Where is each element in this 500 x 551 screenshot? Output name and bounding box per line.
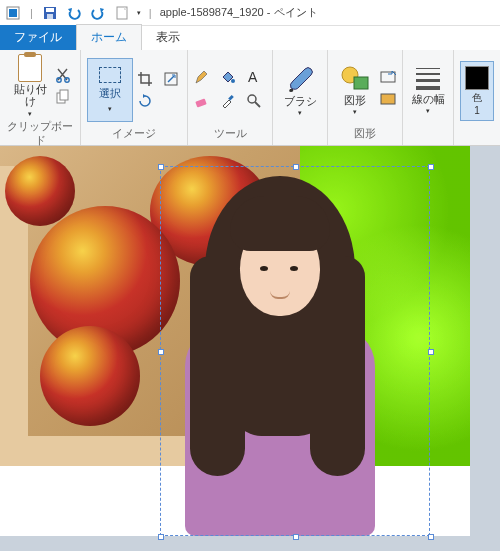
copy-icon[interactable]	[55, 89, 71, 105]
fill-icon[interactable]	[220, 69, 238, 87]
tab-home[interactable]: ホーム	[76, 24, 142, 50]
svg-rect-4	[47, 14, 53, 19]
svg-rect-17	[354, 77, 368, 89]
eyedropper-icon[interactable]	[220, 93, 238, 111]
magnifier-icon[interactable]	[246, 93, 264, 111]
chevron-down-icon: ▾	[28, 110, 32, 118]
redo-icon[interactable]	[89, 4, 107, 22]
svg-rect-13	[195, 98, 206, 107]
group-image: 選択 ▾ イメージ	[81, 50, 188, 145]
linewidth-label: 線の幅	[412, 94, 445, 106]
separator: |	[30, 7, 33, 19]
svg-text:A: A	[248, 69, 258, 85]
selection-handle[interactable]	[428, 164, 434, 170]
tools-group-label: ツール	[194, 125, 266, 145]
selection-handle[interactable]	[428, 534, 434, 540]
svg-rect-1	[9, 9, 17, 17]
image-group-label: イメージ	[87, 125, 181, 145]
selection-rect-icon	[99, 67, 121, 83]
svg-point-15	[248, 95, 256, 103]
chevron-down-icon: ▾	[353, 108, 357, 116]
svg-point-6	[57, 78, 61, 82]
save-icon[interactable]	[41, 4, 59, 22]
group-shapes: 図形 ▾ 図形	[328, 50, 403, 145]
ribbon: 貼り付け ▾ クリップボード 選択 ▾ イメージ	[0, 50, 500, 146]
crop-icon[interactable]	[137, 71, 153, 87]
group-clipboard: 貼り付け ▾ クリップボード	[0, 50, 81, 145]
paste-label: 貼り付け	[9, 84, 51, 107]
select-label: 選択	[99, 87, 121, 101]
svg-rect-3	[46, 8, 54, 12]
cut-icon[interactable]	[55, 67, 71, 83]
bg-apple	[40, 326, 140, 426]
tab-view[interactable]: 表示	[142, 25, 194, 50]
shapes-icon	[340, 63, 370, 93]
selection-handle[interactable]	[293, 164, 299, 170]
chevron-down-icon: ▾	[426, 107, 430, 115]
svg-rect-19	[381, 94, 395, 104]
eraser-icon[interactable]	[194, 93, 212, 111]
brush-icon	[285, 64, 315, 94]
group-tools: A ツール	[188, 50, 273, 145]
qat-dropdown-icon[interactable]: ▾	[137, 9, 141, 17]
rotate-icon[interactable]	[137, 93, 153, 109]
select-button[interactable]: 選択 ▾	[87, 58, 133, 122]
selection-handle[interactable]	[428, 349, 434, 355]
brushes-button[interactable]: ブラシ ▾	[279, 59, 321, 123]
color1-num: 1	[474, 105, 480, 116]
shape-fill-icon[interactable]	[380, 93, 396, 109]
new-doc-icon[interactable]	[113, 4, 131, 22]
bg-apple	[5, 156, 75, 226]
resize-icon[interactable]	[163, 71, 179, 87]
pencil-icon[interactable]	[194, 69, 212, 87]
color1-swatch	[465, 66, 489, 90]
clipboard-icon	[18, 54, 42, 82]
selection-handle[interactable]	[158, 164, 164, 170]
group-colors: 色 1	[454, 50, 500, 145]
chevron-down-icon: ▾	[108, 105, 112, 113]
brushes-label: ブラシ	[284, 96, 317, 108]
tab-file[interactable]: ファイル	[0, 25, 76, 50]
group-brushes: ブラシ ▾	[273, 50, 328, 145]
group-linewidth: 線の幅 ▾	[403, 50, 454, 145]
separator: |	[149, 7, 152, 19]
title-bar: | ▾ | apple-1589874_1920 - ペイント	[0, 0, 500, 26]
app-menu-icon[interactable]	[4, 4, 22, 22]
linewidth-icon	[416, 66, 440, 92]
svg-rect-9	[60, 90, 68, 100]
selection-handle[interactable]	[293, 534, 299, 540]
paste-button[interactable]: 貼り付け ▾	[9, 54, 51, 118]
shapes-button[interactable]: 図形 ▾	[334, 58, 376, 122]
doc-name: apple-1589874_1920	[160, 6, 264, 18]
color1-button[interactable]: 色 1	[460, 61, 494, 121]
text-icon[interactable]: A	[246, 69, 264, 87]
selection-handle[interactable]	[158, 534, 164, 540]
window-title: apple-1589874_1920 - ペイント	[160, 5, 318, 20]
svg-point-11	[231, 79, 235, 83]
ribbon-tabs: ファイル ホーム 表示	[0, 26, 500, 50]
shapes-label: 図形	[344, 95, 366, 107]
canvas-area[interactable]	[0, 146, 500, 551]
linewidth-button[interactable]: 線の幅 ▾	[409, 59, 447, 123]
shapes-group-label: 図形	[334, 125, 396, 145]
selection-handle[interactable]	[158, 349, 164, 355]
selection-marquee[interactable]	[160, 166, 430, 536]
chevron-down-icon: ▾	[298, 109, 302, 117]
color1-label: 色	[472, 92, 482, 103]
shape-outline-icon[interactable]	[380, 71, 396, 87]
undo-icon[interactable]	[65, 4, 83, 22]
app-name: ペイント	[274, 6, 318, 18]
